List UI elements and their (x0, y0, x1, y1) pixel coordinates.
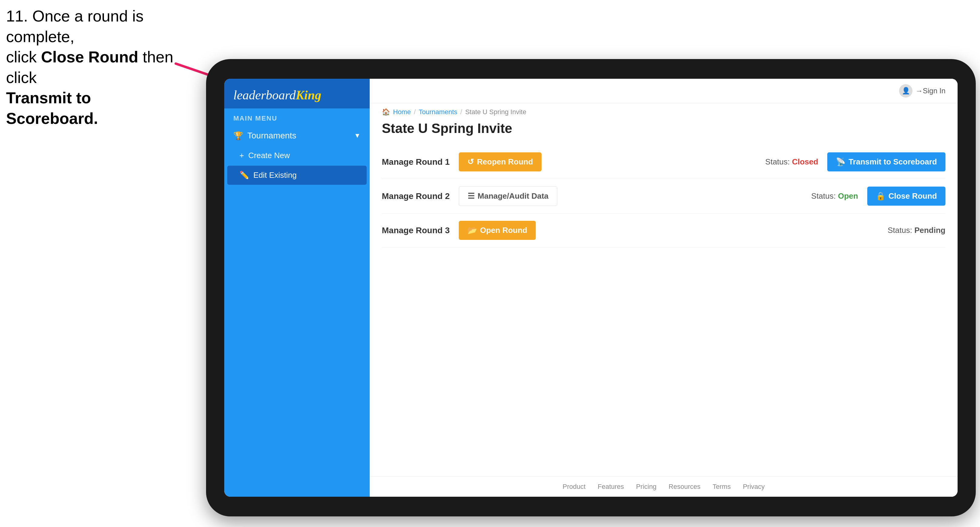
plus-icon: + (239, 151, 244, 160)
tablet-screen: leaderboardKing MAIN MENU 🏆 Tournaments … (224, 79, 958, 497)
main-content: 👤 → Sign In 🏠 Home / Tournaments / State… (370, 79, 958, 497)
trophy-icon: 🏆 (233, 131, 243, 141)
sidebar-item-edit-existing[interactable]: ✏️ Edit Existing (227, 166, 367, 185)
footer-link-product[interactable]: Product (562, 483, 585, 490)
round-1-status: Status: Closed (765, 157, 818, 167)
sidebar-item-tournaments[interactable]: 🏆 Tournaments ▼ (224, 125, 370, 146)
instruction-text: 11. Once a round is complete, click Clos… (6, 6, 176, 129)
top-nav: 👤 → Sign In (370, 79, 958, 103)
reopen-icon: ↺ (467, 157, 474, 167)
tablet-device: leaderboardKing MAIN MENU 🏆 Tournaments … (206, 59, 976, 516)
round-3-left: Manage Round 3 📂 Open Round (382, 221, 888, 240)
logo: leaderboardKing (233, 88, 361, 102)
audit-icon: ☰ (468, 191, 474, 201)
round-1-left: Manage Round 1 ↺ Reopen Round (382, 152, 765, 171)
breadcrumb-home[interactable]: Home (393, 108, 411, 116)
round-1-section: Manage Round 1 ↺ Reopen Round Status: Cl… (382, 145, 945, 179)
footer: Product Features Pricing Resources Terms… (370, 476, 958, 497)
round-2-right: Status: Open 🔒 Close Round (811, 187, 945, 206)
round-2-title: Manage Round 2 (382, 191, 450, 201)
home-icon: 🏠 (382, 108, 390, 116)
page-title: State U Spring Invite (382, 121, 945, 136)
sidebar: leaderboardKing MAIN MENU 🏆 Tournaments … (224, 79, 370, 497)
round-2-left: Manage Round 2 ☰ Manage/Audit Data (382, 186, 811, 206)
round-3-right: Status: Pending (888, 225, 945, 235)
sidebar-item-create-new[interactable]: + Create New (224, 146, 370, 165)
round-3-status: Status: Pending (888, 225, 945, 235)
breadcrumb: 🏠 Home / Tournaments / State U Spring In… (370, 103, 958, 118)
chevron-down-icon: ▼ (354, 132, 361, 140)
footer-link-features[interactable]: Features (598, 483, 624, 490)
sign-in-button[interactable]: 👤 → Sign In (899, 84, 945, 97)
footer-link-resources[interactable]: Resources (668, 483, 700, 490)
round-3-section: Manage Round 3 📂 Open Round Status: Pend… (382, 214, 945, 248)
breadcrumb-current: State U Spring Invite (465, 108, 527, 116)
transmit-icon: 📡 (836, 157, 845, 167)
round-2-section: Manage Round 2 ☰ Manage/Audit Data Statu… (382, 179, 945, 214)
user-avatar: 👤 (899, 84, 912, 97)
footer-link-privacy[interactable]: Privacy (743, 483, 765, 490)
breadcrumb-sep-2: / (460, 108, 462, 116)
footer-link-pricing[interactable]: Pricing (636, 483, 656, 490)
transmit-to-scoreboard-button[interactable]: 📡 Transmit to Scoreboard (827, 152, 945, 171)
round-1-title: Manage Round 1 (382, 157, 450, 167)
round-3-title: Manage Round 3 (382, 225, 450, 235)
app-container: leaderboardKing MAIN MENU 🏆 Tournaments … (224, 79, 958, 497)
footer-link-terms[interactable]: Terms (713, 483, 731, 490)
breadcrumb-tournaments[interactable]: Tournaments (419, 108, 457, 116)
menu-label: MAIN MENU (224, 108, 370, 125)
reopen-round-button[interactable]: ↺ Reopen Round (459, 152, 541, 171)
page-content: State U Spring Invite Manage Round 1 ↺ R… (370, 118, 958, 476)
round-2-status: Status: Open (811, 191, 858, 201)
sidebar-logo: leaderboardKing (224, 79, 370, 108)
edit-icon: ✏️ (239, 170, 249, 180)
open-round-button[interactable]: 📂 Open Round (459, 221, 536, 240)
close-round-button[interactable]: 🔒 Close Round (867, 187, 945, 206)
sign-in-icon: → (915, 87, 923, 95)
close-icon: 🔒 (876, 191, 885, 201)
user-icon: 👤 (902, 87, 910, 95)
round-1-right: Status: Closed 📡 Transmit to Scoreboard (765, 152, 945, 171)
breadcrumb-sep-1: / (414, 108, 416, 116)
open-icon: 📂 (467, 225, 477, 235)
manage-audit-data-button[interactable]: ☰ Manage/Audit Data (459, 186, 557, 206)
